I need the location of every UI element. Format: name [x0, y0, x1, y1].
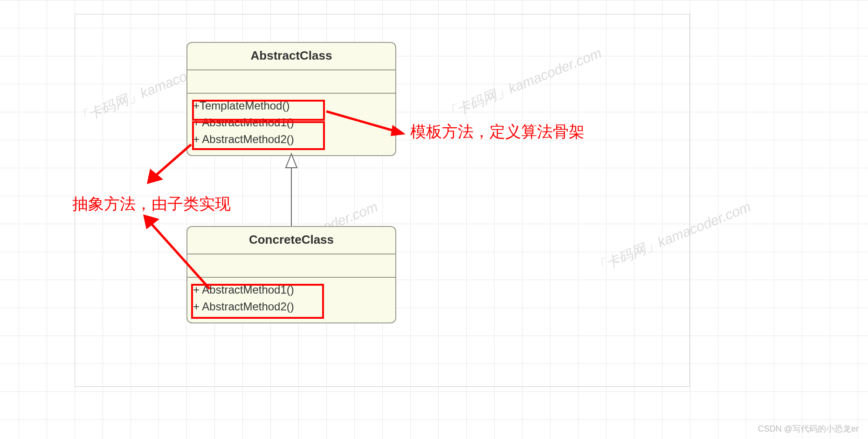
- annotation-abstract-method: 抽象方法，由子类实现: [72, 193, 231, 215]
- annotation-template-method: 模板方法，定义算法骨架: [410, 121, 585, 143]
- class-attrs-section: [187, 70, 395, 94]
- highlight-abstract-methods-parent: [192, 121, 325, 150]
- class-name-label: ConcreteClass: [187, 227, 395, 254]
- class-name-label: AbstractClass: [187, 43, 395, 70]
- attribution-text: CSDN @写代码的小恐龙er: [758, 423, 859, 434]
- class-attrs-section: [187, 254, 395, 278]
- highlight-abstract-methods-child: [191, 284, 324, 319]
- highlight-template-method: [192, 100, 325, 121]
